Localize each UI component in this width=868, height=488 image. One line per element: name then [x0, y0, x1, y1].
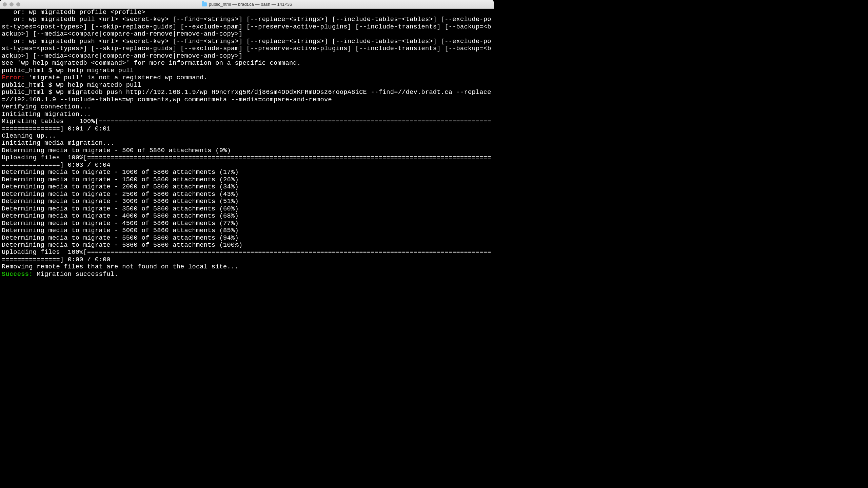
success-message: Migration successful.: [33, 271, 118, 277]
terminal-line: Error: 'migrate pull' is not a registere…: [2, 74, 492, 81]
terminal-line: Initiating migration...: [2, 111, 492, 118]
terminal-viewport[interactable]: or: wp migratedb profile <profile> or: w…: [0, 9, 494, 277]
terminal-line: Uploading files 100%[===================…: [2, 154, 492, 169]
folder-icon: [202, 2, 207, 6]
terminal-line: Determining media to migrate - 3000 of 5…: [2, 198, 492, 205]
success-label: Success:: [2, 271, 33, 277]
terminal-line: Cleaning up...: [2, 133, 492, 140]
terminal-line: Determining media to migrate - 1500 of 5…: [2, 176, 492, 183]
terminal-line: Determining media to migrate - 5500 of 5…: [2, 235, 492, 242]
terminal-line: Uploading files 100%[===================…: [2, 249, 492, 263]
terminal-line: Determining media to migrate - 2000 of 5…: [2, 183, 492, 190]
terminal-line: Determining media to migrate - 4500 of 5…: [2, 220, 492, 227]
window-titlebar: public_html — bradt.ca — bash — 141×36: [0, 0, 494, 9]
terminal-line: Determining media to migrate - 2500 of 5…: [2, 191, 492, 198]
terminal-line: Determining media to migrate - 3500 of 5…: [2, 205, 492, 212]
terminal-line: Determining media to migrate - 5000 of 5…: [2, 227, 492, 234]
terminal-line: Determining media to migrate - 4000 of 5…: [2, 212, 492, 220]
window-title: public_html — bradt.ca — bash — 141×36: [209, 2, 292, 7]
terminal-line: Migrating tables 100%[==================…: [2, 118, 492, 133]
terminal-line: public_html $ wp help migratedb pull: [2, 82, 492, 89]
maximize-icon[interactable]: [16, 2, 20, 6]
close-icon[interactable]: [3, 2, 7, 6]
error-label: Error:: [2, 74, 25, 81]
terminal-line: Determining media to migrate - 5860 of 5…: [2, 242, 492, 249]
terminal-line: public_html $ wp migratedb push http://1…: [2, 89, 492, 103]
terminal-line: Success: Migration successful.: [2, 271, 492, 277]
terminal-line: public_html $ wp help migrate pull: [2, 67, 492, 74]
terminal-line: Determining media to migrate - 1000 of 5…: [2, 169, 492, 176]
terminal-line: Removing remote files that are not found…: [2, 263, 492, 270]
minimize-icon[interactable]: [9, 2, 14, 6]
terminal-line: or: wp migratedb push <url> <secret-key>…: [2, 38, 492, 60]
terminal-line: or: wp migratedb profile <profile>: [2, 9, 492, 16]
terminal-line: See 'wp help migratedb <command>' for mo…: [2, 60, 492, 67]
terminal-line: or: wp migratedb pull <url> <secret-key>…: [2, 16, 492, 38]
terminal-line: Determining media to migrate - 500 of 58…: [2, 147, 492, 154]
terminal-line: Initiating media migration...: [2, 140, 492, 147]
terminal-line: Verifying connection...: [2, 103, 492, 110]
window-controls: [3, 2, 20, 6]
error-message: 'migrate pull' is not a registered wp co…: [25, 74, 208, 81]
